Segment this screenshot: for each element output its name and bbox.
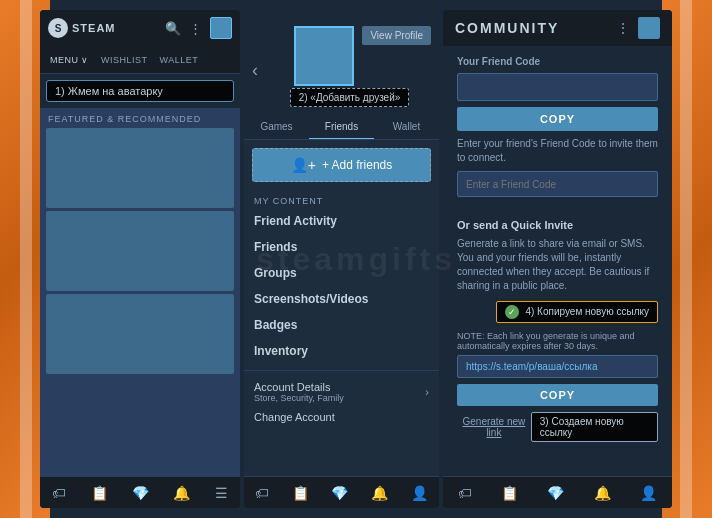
search-icon[interactable]: 🔍: [165, 21, 181, 36]
tooltip-step3: 3) Создаем новую ссылку: [531, 412, 658, 442]
quick-invite-desc: Generate a link to share via email or SM…: [457, 237, 658, 293]
main-container: S STEAM 🔍 ⋮ MENU ∨ WISHLIST WALLET 1) Жм…: [40, 10, 672, 508]
right-bottom-nav: 🏷 📋 💎 🔔 👤: [443, 476, 672, 508]
account-details-sub: Store, Security, Family: [254, 393, 344, 403]
nav-icon-gem[interactable]: 💎: [132, 485, 149, 501]
change-account-item[interactable]: Change Account: [244, 407, 439, 427]
user-avatar-left[interactable]: [210, 17, 232, 39]
steam-header: S STEAM 🔍 ⋮: [40, 10, 240, 46]
tooltip-step4: ✓ 4) Копируем новую ссылку: [496, 301, 658, 323]
menu-item-badges[interactable]: Badges: [244, 312, 439, 338]
enter-friend-code-input[interactable]: [457, 171, 658, 197]
middle-bottom-nav: 🏷 📋 💎 🔔 👤: [244, 476, 439, 508]
check-icon: ✓: [505, 305, 519, 319]
menu-item-account-details[interactable]: Account Details Store, Security, Family …: [244, 377, 439, 407]
right-panel: COMMUNITY ⋮ Your Friend Code COPY Enter …: [443, 10, 672, 508]
tooltip-step1: 1) Жмем на аватарку: [46, 80, 234, 102]
add-friends-label: + Add friends: [322, 158, 392, 172]
mid-nav-icon-tag[interactable]: 🏷: [255, 485, 269, 501]
community-title: COMMUNITY: [455, 20, 559, 36]
tab-games[interactable]: Games: [244, 115, 309, 139]
mid-nav-icon-user[interactable]: 👤: [411, 485, 428, 501]
community-content: Your Friend Code COPY Enter your friend'…: [443, 46, 672, 476]
menu-item-friends[interactable]: Friends: [244, 234, 439, 260]
tab-menu[interactable]: MENU ∨: [44, 51, 95, 69]
game-tile-3[interactable]: [46, 294, 234, 374]
friend-code-input[interactable]: [457, 73, 658, 101]
note-text: NOTE: Each link you generate is unique a…: [457, 331, 658, 351]
my-content-label: MY CONTENT: [244, 190, 439, 208]
quick-invite-label: Or send a Quick Invite: [457, 219, 658, 231]
game-tile-1[interactable]: [46, 128, 234, 208]
right-nav-icon-gem[interactable]: 💎: [547, 485, 564, 501]
gift-ribbon-left: [20, 0, 32, 518]
right-nav-icon-list[interactable]: 📋: [501, 485, 518, 501]
quick-invite-section: Or send a Quick Invite Generate a link t…: [457, 219, 658, 446]
chevron-right-icon: ›: [425, 386, 429, 398]
back-arrow-icon[interactable]: ‹: [252, 60, 258, 81]
nav-icon-list[interactable]: 📋: [91, 485, 108, 501]
header-icons: 🔍 ⋮: [165, 17, 232, 39]
tab-wallet[interactable]: Wallet: [374, 115, 439, 139]
menu-item-groups[interactable]: Groups: [244, 260, 439, 286]
game-tile-2[interactable]: [46, 211, 234, 291]
add-friends-button[interactable]: 👤+ + Add friends: [252, 148, 431, 182]
steam-title: STEAM: [72, 22, 116, 34]
tab-friends[interactable]: Friends: [309, 115, 374, 139]
profile-avatar[interactable]: [294, 26, 354, 86]
right-nav-icon-tag[interactable]: 🏷: [458, 485, 472, 501]
left-content-area: FEATURED & RECOMMENDED: [40, 108, 240, 476]
divider-1: [244, 370, 439, 371]
game-tiles: [40, 128, 240, 476]
menu-item-screenshots[interactable]: Screenshots/Videos: [244, 286, 439, 312]
menu-item-inventory[interactable]: Inventory: [244, 338, 439, 364]
profile-header-area: ‹ View Profile 2) «Добавить друзей»: [244, 10, 439, 115]
mid-nav-icon-list[interactable]: 📋: [292, 485, 309, 501]
friend-code-section: Your Friend Code COPY Enter your friend'…: [457, 56, 658, 207]
steam-logo: S STEAM: [48, 18, 116, 38]
invite-description: Enter your friend's Friend Code to invit…: [457, 137, 658, 165]
copy-friend-code-button[interactable]: COPY: [457, 107, 658, 131]
profile-tabs: Games Friends Wallet: [244, 115, 439, 140]
left-nav-tabs: MENU ∨ WISHLIST WALLET: [40, 46, 240, 74]
generate-new-link-button[interactable]: Generate new link: [457, 416, 531, 438]
tooltip-step2: 2) «Добавить друзей»: [290, 88, 410, 107]
community-avatar[interactable]: [638, 17, 660, 39]
friend-code-label: Your Friend Code: [457, 56, 658, 67]
featured-label: FEATURED & RECOMMENDED: [40, 108, 240, 128]
tab-wallet[interactable]: WALLET: [154, 51, 205, 69]
gift-ribbon-right: [680, 0, 692, 518]
left-bottom-nav: 🏷 📋 💎 🔔 ☰: [40, 476, 240, 508]
right-nav-icon-user[interactable]: 👤: [640, 485, 657, 501]
menu-item-friend-activity[interactable]: Friend Activity: [244, 208, 439, 234]
copy-link-button[interactable]: COPY: [457, 384, 658, 406]
nav-icon-menu[interactable]: ☰: [215, 485, 228, 501]
middle-panel: ‹ View Profile 2) «Добавить друзей» Game…: [244, 10, 439, 508]
steam-icon: S: [48, 18, 68, 38]
menu-dots-icon[interactable]: ⋮: [189, 21, 202, 36]
link-display: https://s.team/p/ваша/ссылка: [457, 355, 658, 378]
nav-icon-tag[interactable]: 🏷: [52, 485, 66, 501]
nav-icon-bell[interactable]: 🔔: [173, 485, 190, 501]
mid-nav-icon-bell[interactable]: 🔔: [371, 485, 388, 501]
tab-wishlist[interactable]: WISHLIST: [95, 51, 154, 69]
right-nav-icon-bell[interactable]: 🔔: [594, 485, 611, 501]
view-profile-button[interactable]: View Profile: [362, 26, 431, 45]
account-details-label: Account Details: [254, 381, 344, 393]
community-header: COMMUNITY ⋮: [443, 10, 672, 46]
mid-nav-icon-gem[interactable]: 💎: [331, 485, 348, 501]
left-panel: S STEAM 🔍 ⋮ MENU ∨ WISHLIST WALLET 1) Жм…: [40, 10, 240, 508]
community-menu-icon[interactable]: ⋮: [616, 20, 630, 36]
add-friends-icon: 👤+: [291, 157, 316, 173]
